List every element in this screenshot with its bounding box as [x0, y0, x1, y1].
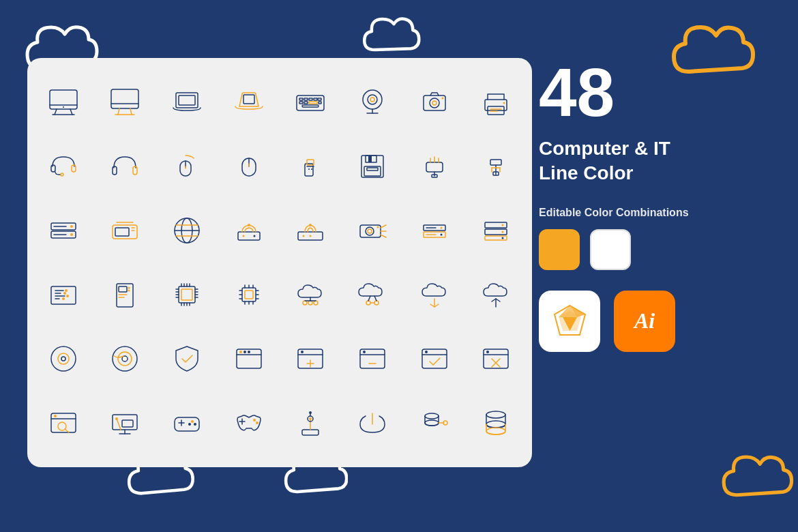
icon-browser-minus	[346, 331, 398, 386]
svg-point-72	[70, 233, 73, 236]
svg-rect-6	[111, 89, 138, 108]
swatch-white	[590, 229, 631, 270]
svg-point-181	[243, 351, 246, 353]
svg-rect-58	[426, 162, 443, 172]
svg-rect-128	[181, 289, 192, 300]
svg-point-120	[62, 297, 65, 300]
color-swatches	[539, 229, 771, 270]
svg-rect-21	[319, 102, 321, 104]
svg-point-102	[440, 226, 442, 228]
svg-point-197	[486, 351, 489, 353]
ai-icon-button[interactable]: Ai	[614, 291, 675, 352]
icon-shield	[162, 331, 213, 386]
icon-laptop-closed	[162, 75, 213, 130]
svg-point-202	[54, 415, 57, 417]
icon-server-rack2	[471, 203, 522, 258]
icon-gamepad2	[223, 396, 274, 450]
icon-floppy	[346, 139, 398, 194]
svg-point-109	[502, 224, 504, 226]
svg-point-52	[311, 168, 312, 170]
svg-point-25	[370, 98, 374, 102]
svg-point-231	[486, 411, 505, 418]
svg-point-160	[303, 301, 307, 305]
svg-point-233	[486, 428, 505, 434]
svg-rect-18	[299, 102, 303, 104]
svg-rect-17	[318, 98, 321, 100]
svg-point-161	[314, 301, 318, 305]
icon-browser	[223, 331, 274, 386]
icon-panel	[27, 58, 532, 467]
cloud-decoration-br	[716, 437, 798, 518]
svg-point-71	[70, 225, 73, 228]
svg-point-90	[309, 224, 312, 226]
svg-point-86	[248, 224, 250, 226]
svg-point-110	[502, 231, 504, 233]
svg-point-213	[191, 420, 194, 423]
svg-point-118	[63, 292, 66, 295]
svg-line-97	[381, 235, 386, 237]
title-line2: Line Color	[539, 162, 633, 183]
svg-point-194	[425, 351, 428, 353]
icon-modem	[285, 203, 336, 258]
svg-point-182	[248, 351, 250, 353]
icon-server-rack1	[409, 203, 460, 258]
svg-rect-64	[490, 160, 501, 165]
svg-point-208	[115, 417, 118, 420]
title-line1: Computer & IT	[539, 138, 670, 159]
svg-point-103	[440, 233, 442, 235]
svg-rect-76	[115, 228, 129, 236]
icon-cloud-upload	[471, 267, 522, 322]
svg-point-99	[376, 226, 379, 228]
icon-globe	[162, 203, 213, 258]
svg-rect-37	[51, 165, 55, 172]
svg-point-36	[503, 102, 505, 104]
svg-point-5	[63, 106, 64, 108]
svg-point-125	[128, 287, 130, 289]
icon-cloud-network	[346, 267, 398, 322]
svg-point-215	[188, 423, 191, 426]
svg-point-31	[441, 97, 443, 99]
icon-hdd	[38, 203, 89, 258]
svg-point-165	[366, 301, 370, 305]
svg-point-228	[425, 420, 439, 426]
icon-monitor	[38, 75, 89, 130]
icon-cpu	[162, 267, 213, 322]
app-icons: Ai	[539, 291, 771, 352]
icon-browser-add	[285, 331, 336, 386]
pack-title: Computer & IT Line Color	[539, 136, 771, 186]
icon-joystick	[285, 396, 336, 450]
svg-rect-220	[302, 430, 319, 435]
svg-line-1	[55, 109, 57, 115]
icon-printer	[471, 75, 522, 130]
svg-rect-146	[245, 291, 253, 299]
icon-dvd	[100, 331, 151, 386]
svg-point-111	[502, 237, 504, 239]
sketch-icon-button[interactable]	[539, 291, 600, 352]
svg-point-180	[239, 351, 242, 353]
svg-point-166	[374, 301, 379, 305]
svg-point-185	[301, 351, 304, 353]
svg-rect-75	[113, 225, 137, 239]
icon-database	[471, 396, 522, 450]
icon-microchip	[223, 267, 274, 322]
icon-mouse	[223, 139, 274, 194]
svg-rect-10	[179, 95, 195, 105]
svg-rect-122	[119, 286, 127, 292]
svg-point-51	[308, 168, 310, 170]
svg-rect-16	[314, 98, 317, 100]
icon-browser-close	[471, 331, 522, 386]
icon-display-stand	[100, 396, 151, 450]
icon-database-connected	[409, 396, 460, 450]
svg-rect-112	[51, 286, 76, 304]
svg-point-91	[303, 235, 305, 237]
svg-rect-145	[242, 288, 256, 301]
svg-point-117	[65, 289, 68, 292]
svg-rect-55	[368, 156, 372, 162]
svg-point-94	[366, 227, 374, 235]
svg-rect-0	[50, 90, 77, 109]
svg-rect-20	[309, 102, 317, 104]
svg-rect-40	[113, 166, 117, 175]
svg-rect-57	[367, 168, 378, 171]
svg-point-232	[486, 421, 505, 428]
svg-point-29	[430, 98, 439, 108]
